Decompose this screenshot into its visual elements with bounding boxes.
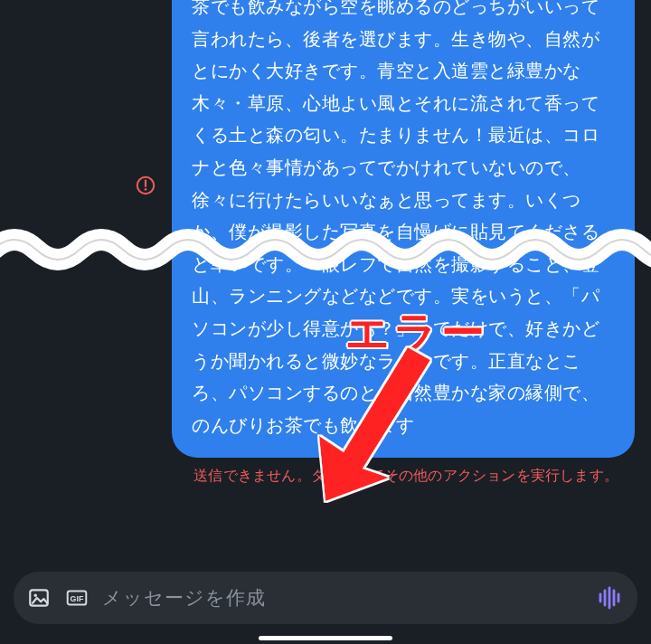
svg-text:GIF: GIF	[71, 594, 84, 603]
message-bubble[interactable]: 茶でも飲みながら空を眺めるのどっちがいいって言われたら、後者を選びます。生き物や…	[172, 0, 635, 458]
error-circle-icon[interactable]	[136, 175, 156, 199]
send-error-text[interactable]: 送信できません。タップしてその他のアクションを実行します。	[0, 458, 635, 486]
home-indicator[interactable]	[259, 636, 392, 640]
composer-input[interactable]: メッセージを作成	[102, 585, 581, 611]
message-composer: GIF メッセージを作成	[14, 572, 637, 624]
message-text: 茶でも飲みながら空を眺めるのどっちがいいって言われたら、後者を選びます。生き物や…	[192, 0, 599, 435]
svg-point-5	[33, 594, 36, 597]
image-icon[interactable]	[26, 585, 52, 611]
voice-wave-icon[interactable]	[594, 582, 625, 613]
error-indicator-slot	[127, 0, 165, 199]
chat-area: 茶でも飲みながら空を眺めるのどっちがいいって言われたら、後者を選びます。生き物や…	[0, 0, 651, 486]
svg-point-2	[145, 188, 147, 191]
message-row: 茶でも飲みながら空を眺めるのどっちがいいって言われたら、後者を選びます。生き物や…	[0, 0, 635, 458]
gif-icon[interactable]: GIF	[64, 585, 90, 611]
